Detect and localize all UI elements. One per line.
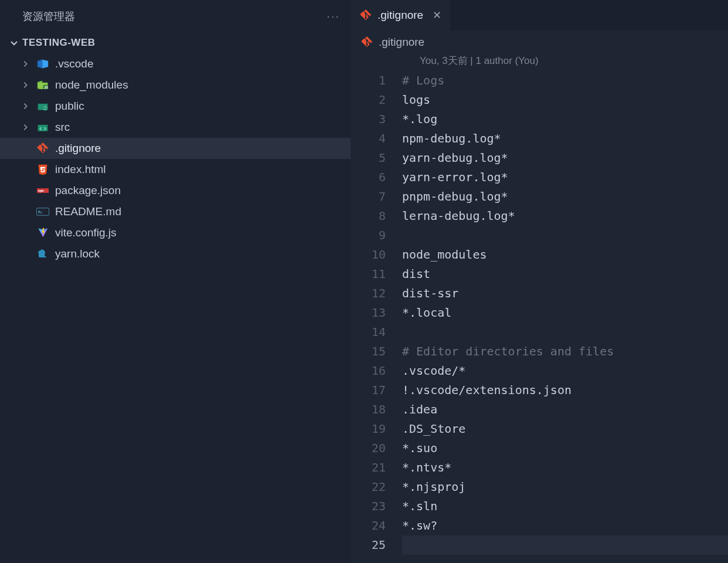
- tree-item-label: public: [55, 100, 84, 113]
- code-line[interactable]: 10node_modules: [351, 245, 728, 264]
- code-line[interactable]: 8lerna-debug.log*: [351, 206, 728, 226]
- gitlens-annotation[interactable]: You, 3天前 | 1 author (You): [351, 54, 728, 67]
- code-line[interactable]: 7pnpm-debug.log*: [351, 187, 728, 206]
- svg-text:M↓: M↓: [38, 210, 43, 215]
- folder-src[interactable]: src: [0, 117, 351, 138]
- chevron-right-icon: [20, 80, 30, 90]
- code-line[interactable]: 4npm-debug.log*: [351, 129, 728, 148]
- tree-item-label: node_modules: [55, 79, 128, 91]
- line-number: 25: [351, 535, 402, 555]
- code-text: logs: [402, 90, 430, 110]
- explorer-header: 资源管理器 ···: [0, 0, 351, 32]
- code-line[interactable]: 18.idea: [351, 400, 728, 419]
- tree-item-label: README.md: [55, 205, 121, 218]
- file-README-md[interactable]: M↓README.md: [0, 201, 351, 222]
- code-line[interactable]: 17!.vscode/extensions.json: [351, 381, 728, 400]
- svg-text:JS: JS: [44, 86, 48, 89]
- git-icon: [36, 142, 49, 155]
- code-text: dist: [402, 264, 430, 284]
- line-number: 21: [351, 458, 402, 477]
- code-text: !.vscode/extensions.json: [402, 381, 571, 400]
- chevron-right-icon: [20, 122, 30, 133]
- line-number: 15: [351, 342, 402, 361]
- project-header[interactable]: TESTING-WEB: [0, 32, 351, 53]
- code-line[interactable]: 15# Editor directories and files: [351, 342, 728, 361]
- code-text: .idea: [402, 400, 437, 419]
- vite-icon: [36, 226, 49, 239]
- code-line[interactable]: 13*.local: [351, 303, 728, 323]
- line-number: 4: [351, 129, 402, 148]
- code-line[interactable]: 1# Logs: [351, 71, 728, 90]
- line-number: 14: [351, 323, 402, 342]
- code-line[interactable]: 16.vscode/*: [351, 361, 728, 381]
- breadcrumb[interactable]: .gitignore: [351, 30, 728, 54]
- file-index-html[interactable]: index.html: [0, 159, 351, 180]
- code-line[interactable]: 11dist: [351, 264, 728, 284]
- line-number: 17: [351, 381, 402, 400]
- tree-item-label: src: [55, 121, 70, 134]
- code-text: *.njsproj: [402, 477, 465, 497]
- code-line[interactable]: 14: [351, 323, 728, 342]
- code-text: # Logs: [402, 71, 444, 90]
- line-number: 2: [351, 90, 402, 110]
- folder-public[interactable]: public: [0, 96, 351, 117]
- code-line[interactable]: 5yarn-debug.log*: [351, 148, 728, 168]
- code-line[interactable]: 9: [351, 226, 728, 245]
- file-yarn-lock[interactable]: yarn.lock: [0, 243, 351, 264]
- code-line[interactable]: 20*.suo: [351, 439, 728, 458]
- svg-text:npm: npm: [38, 189, 45, 193]
- code-line[interactable]: 12dist-ssr: [351, 284, 728, 303]
- html5-icon: [36, 163, 49, 176]
- line-number: 16: [351, 361, 402, 381]
- code-line[interactable]: 2logs: [351, 90, 728, 110]
- close-icon[interactable]: ✕: [433, 9, 441, 22]
- explorer-title: 资源管理器: [22, 9, 75, 23]
- file-vite-config-js[interactable]: vite.config.js: [0, 222, 351, 243]
- file-package-json[interactable]: npmpackage.json: [0, 180, 351, 201]
- code-line[interactable]: 24*.sw?: [351, 516, 728, 535]
- code-editor[interactable]: 1# Logs2logs3*.log4npm-debug.log*5yarn-d…: [351, 71, 728, 563]
- code-text: *.log: [402, 110, 437, 129]
- line-number: 3: [351, 110, 402, 129]
- line-number: 10: [351, 245, 402, 264]
- vscode-folder-icon: [36, 57, 49, 70]
- tab-label: .gitignore: [377, 9, 423, 22]
- tree-item-label: .gitignore: [55, 142, 101, 155]
- code-line[interactable]: 3*.log: [351, 110, 728, 129]
- code-text: *.sln: [402, 497, 437, 516]
- folder-node_modules[interactable]: JSnode_modules: [0, 74, 351, 96]
- yarn-icon: [36, 247, 49, 260]
- chevron-right-icon: [20, 59, 30, 69]
- code-line[interactable]: 22*.njsproj: [351, 477, 728, 497]
- code-text: yarn-error.log*: [402, 168, 508, 187]
- code-line[interactable]: 19.DS_Store: [351, 419, 728, 439]
- explorer-sidebar: 资源管理器 ··· TESTING-WEB .vscodeJSnode_modu…: [0, 0, 351, 563]
- line-number: 22: [351, 477, 402, 497]
- more-actions-icon[interactable]: ···: [326, 9, 340, 23]
- file-tree: .vscodeJSnode_modulespublicsrc.gitignore…: [0, 53, 351, 264]
- tab-bar: .gitignore ✕: [351, 0, 728, 30]
- code-line[interactable]: 23*.sln: [351, 497, 728, 516]
- line-number: 6: [351, 168, 402, 187]
- code-line[interactable]: 25: [351, 535, 728, 555]
- line-number: 24: [351, 516, 402, 535]
- line-number: 12: [351, 284, 402, 303]
- line-number: 1: [351, 71, 402, 90]
- markdown-icon: M↓: [36, 205, 49, 218]
- tab-blank: [451, 0, 528, 30]
- tree-item-label: yarn.lock: [55, 247, 100, 260]
- file--gitignore[interactable]: .gitignore: [0, 138, 351, 159]
- code-line[interactable]: 21*.ntvs*: [351, 458, 728, 477]
- public-folder-icon: [36, 100, 49, 113]
- code-text: .DS_Store: [402, 419, 465, 439]
- tab-gitignore[interactable]: .gitignore ✕: [351, 0, 451, 30]
- git-icon: [361, 36, 373, 48]
- code-text: pnpm-debug.log*: [402, 187, 508, 206]
- line-number: 5: [351, 148, 402, 168]
- tree-item-label: .vscode: [55, 57, 93, 70]
- code-text: *.ntvs*: [402, 458, 451, 477]
- folder--vscode[interactable]: .vscode: [0, 53, 351, 74]
- line-number: 19: [351, 419, 402, 439]
- code-line[interactable]: 6yarn-error.log*: [351, 168, 728, 187]
- chevron-right-icon: [20, 101, 30, 111]
